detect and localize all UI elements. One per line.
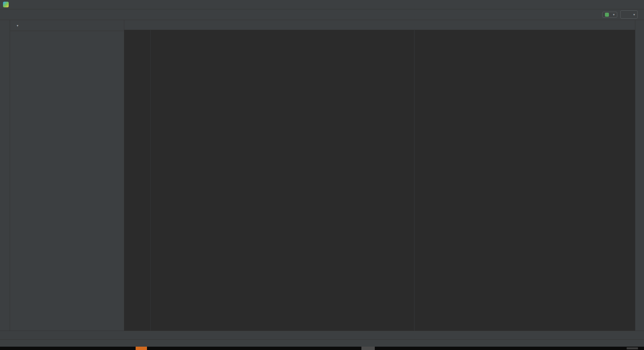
project-view-selector[interactable]: ▾	[15, 24, 18, 27]
inspections-ok-icon[interactable]	[627, 31, 633, 37]
right-tool-strip	[635, 20, 644, 331]
android-studio-logo-icon	[3, 2, 9, 7]
panel-settings-icon[interactable]	[106, 22, 113, 29]
taskbar-highlight	[136, 347, 147, 350]
tool-window-bar	[0, 331, 644, 339]
toolbar-actions: ▾ ▾	[593, 10, 644, 19]
hard-wrap-guide	[414, 30, 415, 331]
taskbar-strip	[0, 347, 644, 350]
main-area: ▾	[0, 20, 644, 331]
editor-column	[124, 20, 635, 331]
tab-options-icon[interactable]	[626, 22, 632, 28]
code-editor[interactable]	[124, 30, 635, 331]
background-tasks-icon[interactable]	[634, 341, 639, 346]
project-panel-toolbar	[87, 22, 121, 29]
project-tree	[10, 31, 124, 32]
hide-panel-icon[interactable]	[115, 22, 121, 29]
android-studio-window: ▾ ▾ ▾	[0, 0, 644, 350]
left-tool-strip	[0, 20, 10, 331]
close-button[interactable]	[629, 0, 644, 9]
window-controls	[598, 0, 644, 9]
toolwindow-switcher-icon[interactable]	[2, 341, 7, 346]
navigation-bar: ▾ ▾	[0, 9, 644, 20]
maximize-button[interactable]	[613, 0, 629, 9]
readonly-lock-icon[interactable]	[623, 341, 629, 346]
chevron-down-icon: ▾	[17, 24, 18, 27]
gutter-separator	[150, 30, 151, 331]
project-panel-header: ▾	[10, 20, 124, 31]
taskbar-clock-area	[627, 347, 638, 349]
run-config-select[interactable]: ▾	[602, 12, 617, 18]
chevron-down-icon: ▾	[633, 13, 635, 16]
editor-tab-bar	[124, 20, 635, 30]
title-bar	[0, 0, 644, 9]
build-hammer-icon[interactable]	[593, 11, 599, 18]
status-widgets	[602, 341, 639, 346]
project-panel: ▾	[10, 20, 124, 331]
device-select[interactable]: ▾	[620, 10, 638, 19]
locate-file-icon[interactable]	[89, 22, 95, 29]
minimize-button[interactable]	[598, 0, 613, 9]
phone-icon	[623, 11, 629, 18]
app-module-icon	[605, 13, 609, 17]
taskbar-item	[361, 347, 375, 350]
status-bar	[0, 339, 644, 347]
chevron-down-icon: ▾	[613, 13, 615, 16]
collapse-all-icon[interactable]	[97, 22, 104, 29]
